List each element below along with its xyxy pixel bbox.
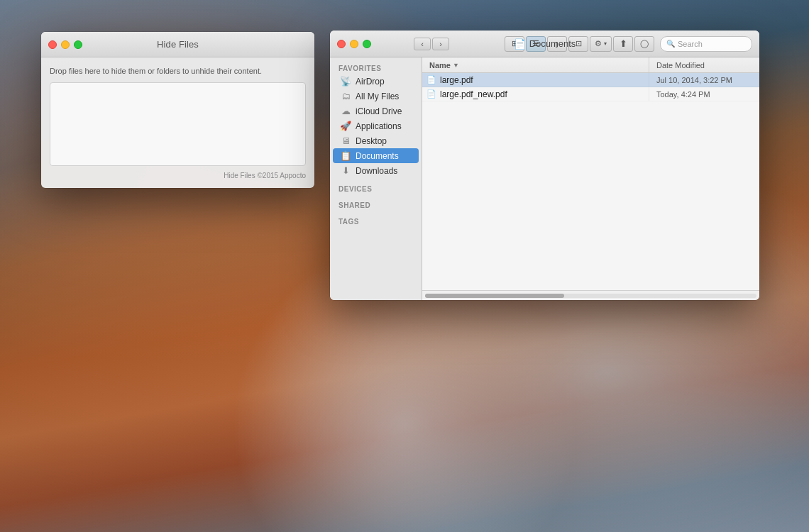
downloads-icon: ⬇ [340, 165, 351, 176]
forward-button[interactable]: › [432, 38, 449, 50]
sort-arrow-icon: ▼ [453, 62, 459, 69]
hide-files-window: Hide Files Drop files here to hide them … [41, 32, 314, 188]
sidebar-item-label: AirDrop [356, 77, 385, 87]
back-button[interactable]: ‹ [414, 38, 431, 50]
documents-icon: 📋 [340, 150, 351, 161]
finder-maximize-button[interactable] [363, 40, 371, 48]
action-button[interactable]: ⚙ ▾ [590, 36, 612, 52]
finder-title: 📄 Documents [514, 38, 576, 50]
sidebar-item-label: Documents [356, 151, 399, 161]
name-column-label: Name [429, 61, 451, 70]
pdf-icon: 📄 [426, 89, 436, 99]
devices-header: Devices [330, 182, 422, 194]
sidebar-item-applications[interactable]: 🚀 Applications [333, 118, 419, 133]
hide-files-content: Drop files here to hide them or folders … [41, 57, 314, 188]
file-name: large.pdf_new.pdf [440, 89, 507, 99]
sidebar-item-desktop[interactable]: 🖥 Desktop [333, 133, 419, 148]
hide-files-footer: Hide Files ©2015 Appocto [50, 172, 306, 179]
date-column-header[interactable]: Date Modified [649, 61, 759, 70]
file-date: Today, 4:24 PM [649, 90, 759, 99]
sidebar-item-all-my-files[interactable]: 🗂 All My Files [333, 89, 419, 104]
drop-zone[interactable] [50, 82, 306, 166]
drop-instruction: Drop files here to hide them or folders … [50, 66, 306, 77]
sidebar-item-documents[interactable]: 📋 Documents [333, 148, 419, 163]
scrollbar-area [422, 290, 759, 300]
file-list: 📄 large.pdf Jul 10, 2014, 3:22 PM 📄 larg… [422, 73, 759, 290]
cover-icon: ⊡ [576, 39, 582, 48]
share-icon: ⬆ [620, 38, 627, 49]
desktop-icon: 🖥 [340, 135, 351, 146]
close-button[interactable] [48, 40, 57, 49]
name-column-header[interactable]: Name ▼ [422, 57, 649, 72]
sidebar-item-label: All My Files [356, 92, 399, 101]
finder-minimize-button[interactable] [350, 40, 358, 48]
finder-main: Name ▼ Date Modified 📄 large.pdf Jul 10,… [422, 57, 759, 300]
sidebar-item-airdrop[interactable]: 📡 AirDrop [333, 74, 419, 89]
tag-button[interactable]: ◯ [634, 36, 654, 52]
sidebar-item-label: Desktop [356, 136, 387, 146]
finder-traffic-lights [337, 40, 371, 48]
pdf-icon: 📄 [426, 75, 436, 84]
file-name-cell: 📄 large.pdf_new.pdf [422, 87, 649, 101]
minimize-button[interactable] [61, 40, 70, 49]
chevron-down-icon: ▾ [604, 40, 607, 47]
hide-files-title: Hide Files [157, 39, 199, 50]
file-date: Jul 10, 2014, 3:22 PM [649, 76, 759, 84]
gear-icon: ⚙ [595, 39, 602, 48]
finder-close-button[interactable] [337, 40, 346, 48]
scrollbar-track[interactable] [425, 294, 756, 298]
sidebar-item-label: Applications [356, 121, 402, 131]
sidebar-item-icloud-drive[interactable]: ☁ iCloud Drive [333, 104, 419, 118]
maximize-button[interactable] [74, 40, 82, 49]
search-box[interactable]: 🔍 Search [660, 36, 752, 52]
nav-buttons: ‹ › [414, 38, 449, 50]
finder-title-icon: 📄 [514, 38, 526, 50]
finder-window: ‹ › 📄 Documents ⊞ ☰ ⫿ ⊡ ⚙ ▾ [330, 31, 759, 300]
file-name: large.pdf [440, 75, 473, 85]
finder-sidebar: Favorites 📡 AirDrop 🗂 All My Files ☁ iCl… [330, 57, 422, 300]
sidebar-item-downloads[interactable]: ⬇ Downloads [333, 163, 419, 178]
table-row[interactable]: 📄 large.pdf Jul 10, 2014, 3:22 PM [422, 73, 759, 87]
hide-files-titlebar: Hide Files [41, 32, 314, 57]
icloud-icon: ☁ [340, 106, 351, 116]
finder-title-text: Documents [529, 38, 576, 49]
tags-header: Tags [330, 215, 422, 227]
column-headers: Name ▼ Date Modified [422, 57, 759, 73]
finder-body: Favorites 📡 AirDrop 🗂 All My Files ☁ iCl… [330, 57, 759, 300]
search-placeholder: Search [678, 40, 703, 48]
airdrop-icon: 📡 [340, 76, 351, 87]
table-row[interactable]: 📄 large.pdf_new.pdf Today, 4:24 PM [422, 87, 759, 101]
file-name-cell: 📄 large.pdf [422, 73, 649, 87]
tag-icon: ◯ [640, 39, 649, 48]
sidebar-item-label: iCloud Drive [356, 106, 402, 116]
applications-icon: 🚀 [340, 121, 351, 131]
shared-header: Shared [330, 199, 422, 211]
all-my-files-icon: 🗂 [340, 91, 351, 101]
scrollbar-thumb[interactable] [425, 294, 564, 298]
sidebar-item-label: Downloads [356, 166, 397, 176]
traffic-lights [48, 40, 82, 49]
finder-titlebar: ‹ › 📄 Documents ⊞ ☰ ⫿ ⊡ ⚙ ▾ [330, 31, 759, 57]
search-icon: 🔍 [666, 40, 675, 48]
share-button[interactable]: ⬆ [613, 36, 633, 52]
favorites-header: Favorites [330, 62, 422, 74]
